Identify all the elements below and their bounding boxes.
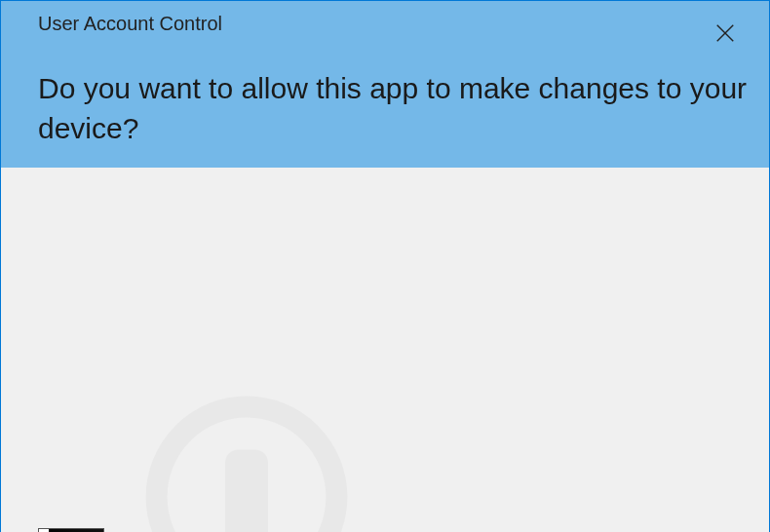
svg-rect-3 (225, 450, 268, 532)
dialog-header: User Account Control Do you want to allo… (1, 1, 769, 168)
cmd-icon (38, 528, 104, 532)
dialog-body: PCrisk.com Windows Command Processor Ver… (1, 168, 769, 532)
close-icon (714, 22, 736, 44)
uac-dialog: User Account Control Do you want to allo… (0, 0, 770, 532)
svg-point-2 (156, 407, 336, 532)
watermark-icon (139, 390, 354, 532)
close-button[interactable] (711, 19, 740, 48)
prompt-text: Do you want to allow this app to make ch… (38, 69, 748, 148)
app-info-row: Windows Command Processor (38, 528, 732, 532)
dialog-title: User Account Control (38, 13, 748, 35)
